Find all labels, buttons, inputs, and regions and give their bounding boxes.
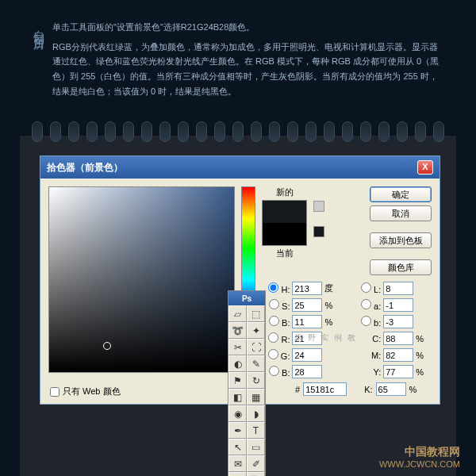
- web-only-checkbox[interactable]: 只有 Web 颜色: [50, 386, 121, 397]
- header-text: 单击工具面板的"设置前景色"选择R21G24B28颜色。 RGB分别代表红绿蓝，…: [52, 20, 444, 103]
- input-bv[interactable]: [292, 315, 322, 328]
- current-color-swatch[interactable]: [263, 223, 306, 245]
- eyedropper-icon[interactable]: ✐: [247, 455, 265, 472]
- radio-r[interactable]: [268, 332, 278, 343]
- radio-h[interactable]: [268, 282, 278, 293]
- input-bb[interactable]: [292, 365, 322, 378]
- move-tool-icon[interactable]: ▱: [228, 305, 247, 322]
- radio-g[interactable]: [268, 349, 278, 359]
- crop-tool-icon[interactable]: ✂: [228, 339, 247, 355]
- heal-tool-icon[interactable]: ◐: [228, 355, 247, 372]
- ok-button[interactable]: 确定: [370, 186, 432, 202]
- faint-watermark: 原 野 实 例 教: [294, 332, 357, 344]
- hand-tool-icon[interactable]: ✋: [228, 472, 247, 476]
- slice-tool-icon[interactable]: ⛶: [247, 339, 265, 355]
- input-h[interactable]: [292, 282, 322, 295]
- input-a[interactable]: [383, 298, 413, 312]
- history-brush-icon[interactable]: ↻: [247, 372, 265, 389]
- wand-tool-icon[interactable]: ✦: [247, 322, 265, 339]
- input-bsm[interactable]: [383, 315, 413, 328]
- lasso-tool-icon[interactable]: ➰: [228, 322, 247, 339]
- add-swatch-button[interactable]: 添加到色板: [370, 232, 432, 248]
- input-g[interactable]: [292, 348, 322, 362]
- type-tool-icon[interactable]: T: [247, 422, 265, 439]
- gamut-warning-icon[interactable]: [313, 201, 324, 212]
- gradient-tool-icon[interactable]: ▦: [247, 389, 265, 405]
- blur-tool-icon[interactable]: ◉: [228, 405, 247, 422]
- page-title-vertical: 自制台历: [32, 20, 46, 103]
- web-only-input[interactable]: [50, 387, 60, 397]
- radio-bb[interactable]: [269, 366, 279, 376]
- pen-tool-icon[interactable]: ✒: [228, 422, 247, 439]
- tools-palette[interactable]: Ps ▱ ⬚ ➰ ✦ ✂ ⛶ ◐ ✎ ⚑ ↻ ◧ ▦ ◉ ◗ ✒ T ↖ ▭ ✉…: [228, 290, 266, 476]
- input-s[interactable]: [292, 298, 322, 312]
- current-label: 当前: [276, 248, 294, 259]
- zoom-tool-icon[interactable]: 🔍: [247, 472, 265, 476]
- new-label: 新的: [276, 186, 294, 198]
- radio-a[interactable]: [361, 299, 371, 309]
- dialog-titlebar[interactable]: 拾色器（前景色） X: [40, 156, 440, 178]
- path-tool-icon[interactable]: ↖: [228, 439, 247, 455]
- color-field[interactable]: [48, 186, 235, 373]
- input-l[interactable]: [383, 282, 413, 295]
- color-libraries-button[interactable]: 颜色库: [370, 259, 432, 275]
- hex-label: #: [295, 385, 300, 394]
- websafe-swatch[interactable]: [313, 226, 324, 237]
- new-color-swatch: [263, 201, 306, 223]
- radio-bv[interactable]: [269, 316, 279, 326]
- input-m[interactable]: [383, 348, 413, 362]
- radio-b[interactable]: [361, 316, 371, 326]
- page-background: 原 野 实 例 教 拾色器（前景色） X 新的 当前: [20, 136, 456, 476]
- radio-s[interactable]: [269, 299, 279, 309]
- brush-tool-icon[interactable]: ✎: [247, 355, 265, 372]
- marquee-tool-icon[interactable]: ⬚: [247, 305, 265, 322]
- shape-tool-icon[interactable]: ▭: [247, 439, 265, 455]
- dodge-tool-icon[interactable]: ◗: [247, 405, 265, 422]
- eraser-tool-icon[interactable]: ◧: [228, 389, 247, 405]
- toolbox-header[interactable]: Ps: [228, 291, 265, 305]
- stamp-tool-icon[interactable]: ⚑: [228, 372, 247, 389]
- dialog-title-text: 拾色器（前景色）: [47, 161, 123, 175]
- close-button[interactable]: X: [417, 160, 433, 175]
- instruction-line1: 单击工具面板的"设置前景色"选择R21G24B28颜色。: [52, 20, 444, 35]
- watermark: 中国教程网 WWW.JCWCN.COM: [379, 444, 460, 470]
- notes-tool-icon[interactable]: ✉: [228, 455, 247, 472]
- instruction-line2: RGB分别代表红绿蓝，为叠加颜色，通常称为加成色，多用于照明光、电视和计算机显示…: [52, 40, 444, 99]
- picker-indicator: [103, 342, 111, 350]
- radio-l[interactable]: [361, 282, 371, 293]
- input-hex[interactable]: [303, 382, 347, 396]
- input-y[interactable]: [383, 365, 413, 378]
- cancel-button[interactable]: 取消: [370, 205, 432, 221]
- input-k[interactable]: [376, 382, 406, 396]
- spiral-binding: [0, 121, 476, 142]
- input-c[interactable]: [383, 332, 413, 345]
